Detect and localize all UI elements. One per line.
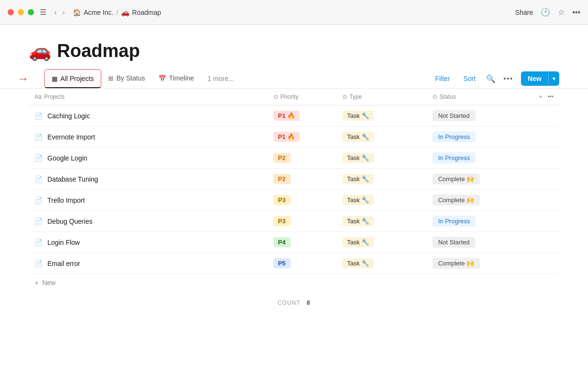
col-header-name: Aa Projects — [29, 89, 268, 105]
breadcrumb: 🏠 Acme Inc. / 🚗 Roadmap — [73, 9, 515, 16]
col-name-icon: Aa — [34, 93, 42, 100]
col-type-icon: ⊙ — [342, 93, 347, 100]
more-tabs[interactable]: 1 more... — [201, 70, 240, 87]
nav-arrows: ‹ › — [52, 7, 67, 18]
share-button[interactable]: Share — [515, 9, 533, 16]
col-status-icon: ⊙ — [432, 93, 437, 100]
add-row-button[interactable]: + New — [29, 274, 559, 291]
count-value: 8 — [306, 299, 310, 306]
titlebar-actions: Share 🕐 ☆ ••• — [515, 8, 580, 17]
col-priority-icon: ⊙ — [273, 93, 278, 100]
table-row[interactable]: 📄 Trello Import P3 Task 🔧 Complete 🙌 — [29, 190, 559, 211]
main-content: 🚗 Roadmap → ▦ All Projects ⊞ By Status 📅… — [0, 25, 588, 368]
grid-icon: ▦ — [52, 75, 57, 82]
sort-button[interactable]: Sort — [461, 73, 479, 84]
priority-badge: P2 — [273, 174, 291, 184]
page-emoji: 🚗 — [121, 9, 129, 16]
tab-timeline-label: Timeline — [169, 74, 194, 82]
tab-all-projects-label: All Projects — [60, 75, 94, 82]
new-button-chevron[interactable]: ▾ — [548, 72, 559, 85]
maximize-button[interactable] — [28, 9, 34, 15]
status-badge: Not Started — [432, 237, 475, 248]
row-actions — [522, 253, 559, 274]
table-row[interactable]: 📄 Evernote Import P1 🔥 Task 🔧 In Progres… — [29, 126, 559, 148]
type-badge: Task 🔧 — [342, 111, 374, 121]
status-badge: In Progress — [432, 152, 475, 163]
search-icon[interactable]: 🔍 — [486, 74, 496, 83]
table-row[interactable]: 📄 Caching Logic P1 🔥 Task 🔧 Not Started — [29, 105, 559, 126]
new-button-label: New — [521, 71, 548, 86]
type-badge: Task 🔧 — [342, 153, 374, 163]
back-arrow[interactable]: ‹ — [52, 7, 58, 18]
row-name-text: Debug Queries — [47, 218, 92, 225]
table-row[interactable]: 📄 Google Login P2 Task 🔧 In Progress — [29, 148, 559, 169]
table-header: Aa Projects ⊙ Priority ⊙ Type — [29, 89, 559, 105]
add-column-icon[interactable]: + — [539, 93, 542, 100]
history-icon[interactable]: 🕐 — [541, 8, 550, 17]
add-row-icon: + — [34, 279, 38, 287]
row-icon: 📄 — [34, 133, 43, 141]
type-badge: Task 🔧 — [342, 237, 374, 247]
type-badge: Task 🔧 — [342, 258, 374, 268]
type-badge: Task 🔧 — [342, 216, 374, 226]
close-button[interactable] — [8, 9, 14, 15]
tab-timeline[interactable]: 📅 Timeline — [152, 69, 201, 88]
tab-by-status[interactable]: ⊞ By Status — [102, 69, 152, 88]
new-button[interactable]: New ▾ — [521, 71, 559, 86]
priority-badge: P1 🔥 — [273, 111, 300, 121]
row-icon: 📄 — [34, 218, 43, 225]
col-options-icon[interactable]: ••• — [547, 93, 554, 100]
table-row[interactable]: 📄 Database Tuning P2 Task 🔧 Complete 🙌 — [29, 169, 559, 190]
star-icon[interactable]: ☆ — [558, 8, 565, 17]
status-badge: In Progress — [432, 131, 475, 142]
timeline-icon: 📅 — [158, 75, 166, 82]
more-icon[interactable]: ••• — [503, 75, 513, 82]
table-row[interactable]: 📄 Debug Queries P3 Task 🔧 In Progress — [29, 211, 559, 232]
forward-arrow[interactable]: › — [60, 7, 67, 18]
count-footer: COUNT 8 — [0, 291, 588, 314]
row-name-text: Trello Import — [47, 196, 85, 204]
tabs-bar: → ▦ All Projects ⊞ By Status 📅 Timeline … — [0, 69, 588, 89]
status-badge: Complete 🙌 — [432, 173, 480, 184]
tab-by-status-label: By Status — [116, 74, 145, 82]
filter-button[interactable]: Filter — [432, 73, 453, 84]
table-row[interactable]: 📄 Login Flow P4 Task 🔧 Not Started — [29, 232, 559, 253]
col-name-label: Projects — [44, 93, 65, 100]
row-icon: 📄 — [34, 260, 43, 267]
type-badge: Task 🔧 — [342, 195, 374, 205]
row-actions — [522, 148, 559, 169]
status-badge: Complete 🙌 — [432, 258, 480, 269]
type-badge: Task 🔧 — [342, 132, 374, 142]
traffic-lights — [8, 9, 34, 15]
col-type-label: Type — [350, 93, 362, 100]
workspace-emoji: 🏠 — [73, 9, 81, 16]
tabs-right: Filter Sort 🔍 ••• New ▾ — [432, 71, 559, 86]
table-container: Aa Projects ⊙ Priority ⊙ Type — [0, 89, 588, 291]
priority-badge: P1 🔥 — [273, 132, 300, 142]
table-body: 📄 Caching Logic P1 🔥 Task 🔧 Not Started … — [29, 105, 559, 274]
row-icon: 📄 — [34, 196, 43, 204]
minimize-button[interactable] — [18, 9, 24, 15]
menu-icon[interactable]: ☰ — [40, 8, 46, 17]
page-name[interactable]: Roadmap — [132, 9, 161, 16]
tab-all-projects[interactable]: ▦ All Projects — [44, 69, 102, 88]
workspace-name[interactable]: Acme Inc. — [84, 9, 113, 16]
row-actions — [522, 190, 559, 211]
row-name-text: Google Login — [47, 154, 87, 162]
row-actions — [522, 232, 559, 253]
more-options-icon[interactable]: ••• — [572, 8, 580, 17]
titlebar: ☰ ‹ › 🏠 Acme Inc. / 🚗 Roadmap Share 🕐 ☆ … — [0, 0, 588, 25]
breadcrumb-separator: / — [116, 9, 118, 16]
projects-table: Aa Projects ⊙ Priority ⊙ Type — [29, 89, 559, 274]
tabs-left: ▦ All Projects ⊞ By Status 📅 Timeline 1 … — [29, 69, 241, 88]
arrow-indicator: → — [17, 72, 29, 85]
page-title-emoji: 🚗 — [29, 40, 51, 61]
row-icon: 📄 — [34, 175, 43, 183]
row-actions — [522, 126, 559, 148]
list-icon: ⊞ — [108, 75, 113, 82]
col-header-priority: ⊙ Priority — [268, 89, 337, 105]
col-header-actions: + ••• — [522, 89, 559, 105]
row-actions — [522, 105, 559, 126]
table-row[interactable]: 📄 Email error P5 Task 🔧 Complete 🙌 — [29, 253, 559, 274]
row-name-text: Email error — [47, 260, 80, 267]
